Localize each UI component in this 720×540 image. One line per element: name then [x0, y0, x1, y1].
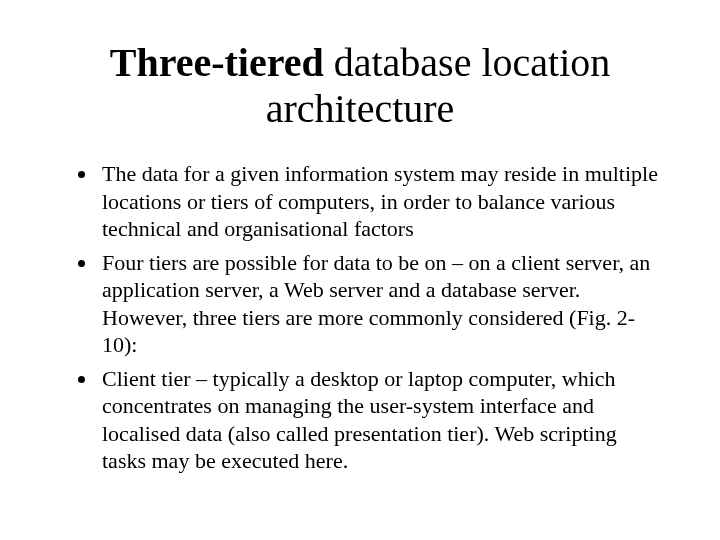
title-bold: Three-tiered: [110, 40, 324, 85]
list-item: Client tier – typically a desktop or lap…: [98, 365, 660, 475]
slide: Three-tiered database location architect…: [0, 0, 720, 540]
slide-title: Three-tiered database location architect…: [60, 40, 660, 132]
list-item: Four tiers are possible for data to be o…: [98, 249, 660, 359]
list-item: The data for a given information system …: [98, 160, 660, 243]
bullet-list: The data for a given information system …: [60, 160, 660, 475]
